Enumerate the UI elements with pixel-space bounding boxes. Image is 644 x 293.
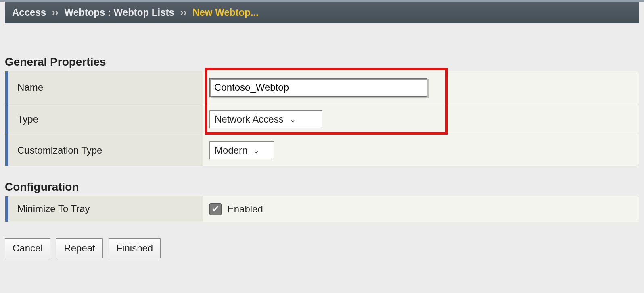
configuration-table: Minimize To Tray ✔ Enabled: [5, 196, 639, 222]
label-customization-type: Customization Type: [5, 135, 203, 166]
row-name: Name: [5, 71, 639, 104]
customization-type-select[interactable]: Modern ⌄: [209, 141, 274, 159]
breadcrumb-item-webtops[interactable]: Webtops : Webtop Lists: [64, 7, 174, 18]
cell-type-select: Network Access ⌄: [203, 104, 639, 135]
cancel-button[interactable]: Cancel: [5, 238, 50, 258]
button-row: Cancel Repeat Finished: [5, 238, 639, 258]
label-type: Type: [5, 104, 203, 135]
row-customization-type: Customization Type Modern ⌄: [5, 135, 639, 166]
type-select-value: Network Access: [215, 114, 284, 125]
breadcrumb: Access ›› Webtops : Webtop Lists ›› New …: [5, 2, 639, 23]
general-properties-table: Name Type Network Access ⌄ Customization…: [5, 71, 639, 166]
minimize-to-tray-checkbox[interactable]: ✔: [209, 203, 222, 215]
row-minimize-to-tray: Minimize To Tray ✔ Enabled: [5, 196, 639, 222]
label-minimize-to-tray: Minimize To Tray: [5, 196, 203, 222]
topbar-container: Access ›› Webtops : Webtop Lists ›› New …: [0, 0, 644, 23]
finished-button[interactable]: Finished: [109, 238, 161, 258]
breadcrumb-separator: ››: [177, 7, 190, 18]
type-select[interactable]: Network Access ⌄: [209, 110, 322, 128]
cell-minimize-to-tray: ✔ Enabled: [203, 196, 639, 222]
enabled-label: Enabled: [228, 204, 263, 214]
section-title-general: General Properties: [5, 56, 639, 69]
customization-type-value: Modern: [215, 145, 247, 156]
cell-name-input: [203, 71, 639, 104]
breadcrumb-separator: ››: [49, 7, 62, 18]
cell-customization-select: Modern ⌄: [203, 135, 639, 166]
repeat-button[interactable]: Repeat: [56, 238, 102, 258]
breadcrumb-item-current: New Webtop...: [192, 7, 259, 18]
label-name: Name: [5, 71, 203, 104]
chevron-down-icon: ⌄: [289, 114, 296, 124]
row-type: Type Network Access ⌄: [5, 104, 639, 135]
breadcrumb-item-access[interactable]: Access: [12, 7, 46, 18]
name-input[interactable]: [209, 78, 427, 97]
section-title-configuration: Configuration: [5, 181, 639, 193]
chevron-down-icon: ⌄: [253, 145, 260, 155]
